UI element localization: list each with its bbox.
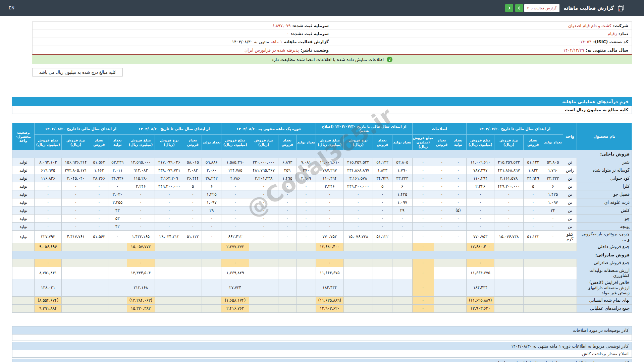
unit-cell: تن (563, 158, 577, 166)
value-cell: ۰ (434, 190, 450, 198)
report-file-icon[interactable] (618, 5, 624, 11)
value-cell (494, 279, 524, 296)
info-label: سرمایه ثبت نشده: (290, 31, 329, 36)
value-cell (278, 243, 297, 251)
column-header: مبلغ فروش (میلیون ریال) (467, 135, 494, 150)
value-cell: ۰ (450, 158, 467, 166)
value-cell: ۰ (524, 215, 543, 223)
prev-report-button[interactable] (505, 4, 513, 12)
value-cell: ۹,۰۵۶,۶۹۶ (35, 243, 62, 251)
value-cell: ۵۱,۱۲۲ (373, 158, 392, 166)
value-cell: ۰ (343, 223, 373, 231)
info-panel: شرکت:کشت و دام قیام اصفهانسرمایه ثبت شده… (32, 21, 632, 55)
value-cell (155, 296, 184, 304)
value-cell: ۰ (155, 198, 184, 206)
value-cell (434, 304, 450, 312)
column-header: نرخ فروش (ریال) (494, 135, 524, 150)
product-row: کود حیوانیتن۳۳,۳۳۳۳۴,۹۴۹۳,۱۶۱,۵۷۸۱۱۰,۴۹۴… (12, 174, 632, 182)
value-cell: ۰ (108, 182, 127, 190)
value-cell: ۰ (278, 198, 297, 206)
value-cell: ۸,۷۵۱,۸۴۱ (35, 267, 62, 279)
value-cell (524, 259, 543, 267)
status-cell: تولید (12, 223, 35, 231)
next-report-button[interactable] (515, 4, 523, 12)
value-cell: ۱۱۰,۴۹۴ (467, 174, 494, 182)
value-cell: ۰ (434, 182, 450, 190)
footer-block-header: کادر توضیحی مربوط به اطلاعات تجمعی از اب… (12, 359, 632, 362)
caret-down-icon: ▾ (527, 6, 529, 10)
info-value: منتهی به ۱۴۰۴/۰۸/۳۰ (232, 39, 269, 44)
value-cell: ۰ (450, 182, 467, 190)
product-name: یونجه (577, 223, 632, 231)
language-link[interactable]: EN (9, 6, 15, 10)
product-name: بهای تمام شده انتسابی (577, 296, 632, 304)
value-cell (494, 243, 524, 251)
value-cell: ۰ (35, 198, 62, 206)
value-cell: ۰ (412, 158, 434, 166)
value-cell: ۰ (392, 223, 412, 231)
value-cell: ۰ (373, 190, 392, 198)
value-cell (249, 296, 278, 304)
value-cell: ۰ (35, 215, 62, 223)
info-label: نماد: (619, 31, 628, 36)
info-label: سرمایه ثبت شده: (292, 23, 329, 28)
value-cell: ۰ (221, 259, 249, 267)
product-row: کلشتن۳۴۰۰۰(۵)۰۰۲۹۰۰۰۰۰۰۰۲۹۰۰۰۴۳۰۰۰تولید (12, 206, 632, 215)
info-label: کد صنعت (ISIC): (593, 39, 628, 44)
value-cell: ۱۲,۶۸۰,۴۰۰ (316, 243, 343, 251)
value-cell: ۰ (221, 182, 249, 190)
report-type-value: گزارش فعالیت د (531, 6, 556, 10)
value-cell: ۲,۳۷۷,۳۷۳ (221, 243, 249, 251)
value-cell: ۰ (155, 223, 184, 231)
value-cell (392, 304, 412, 312)
info-field: وضعیت ناشر:پذیرفته شده در فرابورس ایران (33, 46, 332, 54)
value-cell: ۰ (524, 206, 543, 215)
value-cell: ۳۷۲,۸۰۵,۱۷۱ (62, 166, 90, 174)
value-cell: ۰ (450, 215, 467, 223)
status-cell: تولید (12, 158, 35, 166)
info-field: نماد:زقیام (332, 30, 632, 38)
value-cell (155, 259, 184, 267)
value-cell: ۷۸۷,۲۹۷ (316, 166, 343, 174)
value-cell (108, 304, 127, 312)
value-cell (108, 267, 127, 279)
column-header: تعداد تولید (543, 135, 563, 150)
value-cell: ۰ (316, 206, 343, 215)
value-cell: ۰ (249, 182, 278, 190)
value-cell: ۷۷۰,۷۵۳ (316, 231, 343, 243)
value-cell: ۰ (221, 215, 249, 223)
value-cell: ۰ (434, 174, 450, 182)
value-cell: ۰ (249, 198, 278, 206)
value-cell (90, 267, 108, 279)
value-cell: ۰ (412, 215, 434, 223)
value-cell: ۰ (343, 206, 373, 215)
value-cell: ۲۵۹ (278, 166, 297, 174)
unit-cell (563, 259, 577, 267)
value-cell: ۰ (221, 223, 249, 231)
value-cell: ۴,۷۸۶ (221, 174, 249, 182)
column-header: تعداد تولید (392, 135, 412, 150)
report-type-select[interactable]: گزارش فعالیت د ▾ (524, 4, 560, 12)
value-cell: ۰ (278, 190, 297, 198)
value-cell: ۰ (62, 190, 90, 198)
value-cell (108, 296, 127, 304)
status-cell: تولید (12, 231, 35, 243)
value-cell (202, 267, 221, 279)
value-cell: ۰ (412, 296, 434, 304)
value-cell: ۰ (343, 215, 373, 223)
unit-cell: راس (563, 166, 577, 174)
info-label: شرکت: (613, 23, 628, 28)
value-cell: ۲۱۵,۳۵۹,۵۳۲ (343, 158, 373, 166)
info-field: گزارش فعالیت ماهانه۱ ماههمنتهی به ۱۴۰۴/۰… (33, 38, 332, 46)
value-cell (249, 304, 278, 312)
product-row: کلزاتن۶۵۴۴۹,۲۰۰,۰۰۰۲,۲۴۶۰۰۰۶۵۴۴۹,۲۰۰,۰۰۰… (12, 182, 632, 190)
value-cell (543, 304, 563, 312)
value-cell (543, 279, 563, 296)
sum-row: جمع فروش صادراتی۰۰۰۰۰۰ (12, 259, 632, 267)
value-cell (543, 267, 563, 279)
value-cell: ۰ (249, 231, 278, 243)
value-cell: ۰ (434, 215, 450, 223)
value-cell: ۱۲,۹۰۳,۶۲۰ (316, 304, 343, 312)
section-row: فروش صادراتی: (12, 251, 632, 259)
info-field: سال مالی منتهی به:۱۴۰۴/۱۲/۲۹ (332, 46, 632, 54)
